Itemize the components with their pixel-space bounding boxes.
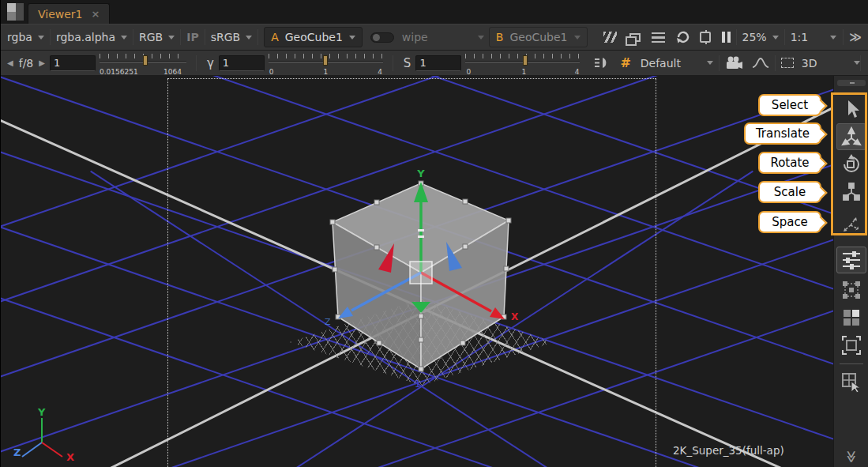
annotation-highlight-box <box>831 92 867 235</box>
multiview-button[interactable] <box>836 277 866 303</box>
alpha-dropdown[interactable]: rgba.alpha <box>56 31 127 43</box>
ratio-dropdown[interactable]: 1:1 <box>791 31 836 43</box>
collapse-chevron-icon[interactable]: ≫ <box>834 450 868 464</box>
colorspace-dropdown[interactable]: sRGB <box>211 31 252 43</box>
axis-x-label: X <box>66 451 74 463</box>
slider-handle[interactable] <box>523 55 528 66</box>
input-a-value: GeoCube1 <box>285 31 343 43</box>
gizmo-y-label: Y <box>416 168 425 179</box>
separator <box>860 55 861 71</box>
frame-view-button[interactable] <box>836 332 866 359</box>
input-a-dropdown[interactable]: A GeoCube1 <box>264 27 363 47</box>
close-icon[interactable]: × <box>92 8 100 20</box>
expand-chevron-icon[interactable]: ≫ <box>849 30 862 44</box>
callout-select-label: Select <box>772 98 808 112</box>
axis-y-label: Y <box>37 407 46 418</box>
tick-label: 0 <box>466 68 471 76</box>
callout-select: Select <box>758 94 821 116</box>
viewer-settings-button[interactable] <box>836 247 866 273</box>
chevron-down-icon <box>772 36 779 40</box>
tab-label: Viewer1 <box>38 8 83 21</box>
scanlines-icon[interactable] <box>652 32 665 43</box>
separator <box>257 29 258 45</box>
next-fstop-button[interactable]: ▶ <box>39 58 45 67</box>
fstop-label: f/8 <box>19 57 34 70</box>
separator <box>180 29 181 45</box>
zoom-dropdown-label: 25% <box>742 31 767 43</box>
filter-curve-icon[interactable] <box>752 57 769 69</box>
input-b-value: GeoCube1 <box>509 31 567 43</box>
roi-icon[interactable] <box>700 32 711 43</box>
wipe-toggle[interactable] <box>370 32 394 43</box>
gamma-slider[interactable]: 0 1 4 <box>269 51 383 75</box>
gain-input[interactable] <box>50 55 96 71</box>
separator <box>843 29 844 45</box>
zoom-dropdown[interactable]: 25% <box>742 31 779 43</box>
axis-z-line <box>22 443 42 457</box>
viewer-toolbar-top: rgba rgba.alpha RGB IP sRGB A GeoCube1 w… <box>1 24 868 51</box>
input-b-dropdown[interactable]: B GeoCube1 <box>489 27 588 47</box>
mode-dropdown-label: 3D <box>802 57 817 70</box>
separator <box>133 29 133 45</box>
pause-icon[interactable] <box>722 32 731 43</box>
callout-space-label: Space <box>772 215 808 229</box>
multiview-icon <box>841 280 862 300</box>
format-bound-left <box>167 78 168 467</box>
chevron-down-icon <box>854 61 860 65</box>
marquee-icon[interactable] <box>781 58 794 68</box>
alpha-dropdown-label: rgba.alpha <box>56 31 115 43</box>
axis-indicator: Y Z X <box>12 407 78 465</box>
lut-dropdown[interactable]: Default <box>641 57 713 70</box>
colorspace-dropdown-label: sRGB <box>211 31 240 43</box>
viewport-3d[interactable]: Y X Z 1 Y Z X 2K_Super_35(full-ap) <box>1 76 833 467</box>
gamma-label: γ <box>207 56 214 70</box>
toggle-knob <box>373 34 380 41</box>
grid-unit-label: 1 <box>415 378 421 390</box>
gamma-input[interactable] <box>219 55 265 71</box>
geo-cube[interactable]: Y X Z <box>277 163 562 408</box>
callout-rotate: Rotate <box>758 152 821 174</box>
camera-icon[interactable] <box>725 56 744 70</box>
gain-slider[interactable]: 0.0156251 1064 <box>100 51 186 75</box>
saturation-label: S <box>404 56 411 70</box>
input-a-label: A <box>271 31 279 43</box>
grid-hash-icon[interactable]: # <box>620 55 630 70</box>
layout-select-button[interactable] <box>836 369 866 396</box>
chevron-down-icon <box>246 36 252 40</box>
pane-menu-icon[interactable] <box>7 3 24 21</box>
float-window-icon[interactable] <box>629 33 641 42</box>
headlight-icon[interactable] <box>593 56 611 70</box>
refresh-icon[interactable] <box>674 30 690 44</box>
proxy-stripes-icon[interactable] <box>603 32 617 43</box>
tab-viewer1[interactable]: Viewer1 × <box>28 3 110 24</box>
chevron-down-icon <box>38 36 44 40</box>
format-bound-top <box>167 78 656 79</box>
channels-dropdown-label: RGB <box>139 31 163 43</box>
ip-button[interactable]: IP <box>186 31 198 43</box>
saturation-slider[interactable]: 0 1 4 <box>465 51 580 75</box>
format-label: 2K_Super_35(full-ap) <box>673 444 784 457</box>
separator <box>196 55 197 71</box>
layer-dropdown[interactable]: rgba <box>7 31 44 43</box>
tick-label: 1 <box>521 68 526 76</box>
callout-translate: Translate <box>744 122 821 145</box>
slider-handle[interactable] <box>143 55 148 66</box>
viewer-toolbar-bottom: ◀ f/8 ▶ 0.0156251 1064 γ 0 1 4 S 0 <box>1 51 868 76</box>
quad-view-icon <box>842 308 861 327</box>
saturation-input[interactable] <box>415 55 461 71</box>
chevron-down-icon <box>707 61 713 65</box>
quad-view-button[interactable] <box>836 304 866 331</box>
tick-label: 4 <box>575 68 580 76</box>
separator <box>205 29 205 45</box>
toolbar-collapse-handle[interactable] <box>837 80 866 86</box>
gizmo-center-handle[interactable] <box>410 262 432 284</box>
input-b-label: B <box>496 31 504 43</box>
prev-fstop-button[interactable]: ◀ <box>7 58 13 67</box>
slider-handle[interactable] <box>323 55 328 66</box>
mode-dropdown[interactable]: 3D <box>802 57 860 70</box>
wipe-dropdown[interactable]: wipe <box>402 31 484 43</box>
gizmo-x-label: X <box>511 311 519 322</box>
axis-z-label: Z <box>13 446 21 458</box>
channels-dropdown[interactable]: RGB <box>139 31 175 43</box>
callout-rotate-label: Rotate <box>770 156 809 170</box>
